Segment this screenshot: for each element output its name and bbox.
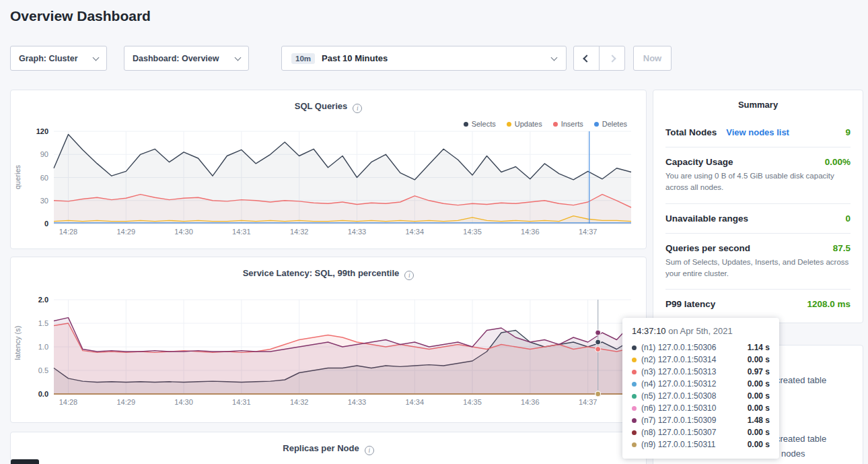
- chart-title-row: SQL Queriesi: [11, 101, 646, 113]
- svg-text:14:36: 14:36: [521, 228, 540, 236]
- node-color-dot-icon: [632, 430, 637, 435]
- svg-text:14:30: 14:30: [174, 398, 193, 406]
- summary-label: Total Nodes: [665, 127, 717, 137]
- page-title: Overview Dashboard: [10, 8, 151, 24]
- chevron-left-icon: [583, 55, 590, 62]
- svg-text:2.0: 2.0: [38, 296, 48, 304]
- summary-title: Summary: [665, 100, 851, 110]
- info-icon[interactable]: i: [365, 446, 374, 455]
- svg-text:0.5: 0.5: [38, 366, 48, 374]
- summary-label: Queries per second: [665, 243, 750, 253]
- info-icon[interactable]: i: [353, 104, 362, 113]
- summary-subtext: Sum of Selects, Updates, Inserts, and De…: [665, 257, 851, 280]
- summary-value: 0: [845, 213, 851, 224]
- graph-dropdown-label: Graph: Cluster: [19, 54, 78, 63]
- graph-dropdown[interactable]: Graph: Cluster: [10, 46, 107, 71]
- tooltip-node-label: (n8) 127.0.0.1:50307: [641, 428, 716, 437]
- node-color-dot-icon: [632, 442, 637, 447]
- svg-text:14:30: 14:30: [174, 228, 193, 236]
- svg-text:120: 120: [36, 127, 48, 135]
- node-color-dot-icon: [632, 345, 637, 350]
- tooltip-node-label: (n7) 127.0.0.1:50309: [641, 416, 716, 425]
- tooltip-row: (n7) 127.0.0.1:50309 1.48 s: [632, 414, 770, 426]
- summary-panel: Summary Total Nodes View nodes list 9 Ca…: [653, 90, 863, 323]
- info-icon[interactable]: i: [404, 271, 414, 280]
- summary-row-main: P99 latency 1208.0 ms: [665, 299, 851, 309]
- chart-hover-tooltip: 14:37:10 on Apr 5th, 2021 (n1) 127.0.0.1…: [622, 318, 779, 459]
- summary-link[interactable]: View nodes list: [726, 127, 789, 137]
- tooltip-node-value: 0.97 s: [748, 367, 770, 376]
- summary-row: Total Nodes View nodes list 9: [665, 118, 851, 147]
- chevron-right-icon: [608, 55, 616, 62]
- time-range-label: Past 10 Minutes: [322, 53, 388, 63]
- chevron-down-icon: [93, 54, 100, 61]
- summary-rows: Total Nodes View nodes list 9 Capacity U…: [665, 118, 851, 319]
- tooltip-node-value: 0.00 s: [748, 440, 770, 449]
- svg-text:14:32: 14:32: [290, 228, 309, 236]
- sql-queries-title: SQL Queries: [295, 101, 348, 111]
- node-color-dot-icon: [632, 394, 637, 399]
- tooltip-row: (n9) 127.0.0.1:50311 0.00 s: [632, 438, 770, 451]
- tooltip-node-value: 0.00 s: [748, 403, 770, 413]
- svg-text:14:34: 14:34: [405, 228, 424, 236]
- event-item[interactable]: created table: [776, 375, 826, 385]
- summary-row-main: Queries per second 87.5: [665, 243, 851, 253]
- node-color-dot-icon: [632, 382, 637, 387]
- tooltip-header: 14:37:10 on Apr 5th, 2021: [632, 326, 770, 336]
- summary-value: 87.5: [833, 243, 851, 253]
- tooltip-node-label: (n5) 127.0.0.1:50308: [641, 391, 716, 401]
- svg-text:14:34: 14:34: [405, 398, 424, 406]
- tooltip-row: (n2) 127.0.0.1:50314 0.00 s: [632, 354, 770, 366]
- service-latency-title: Service Latency: SQL, 99th percentile: [243, 268, 400, 278]
- service-latency-panel: Service Latency: SQL, 99th percentilei l…: [10, 257, 647, 423]
- tooltip-row: (n8) 127.0.0.1:50307 0.00 s: [632, 426, 770, 438]
- svg-text:14:28: 14:28: [59, 398, 78, 406]
- node-color-dot-icon: [632, 406, 637, 411]
- tooltip-node-value: 1.14 s: [748, 343, 770, 352]
- svg-text:14:37: 14:37: [579, 398, 598, 406]
- tooltip-row: (n1) 127.0.0.1:50306 1.14 s: [632, 341, 770, 354]
- sql-queries-chart[interactable]: 14:2814:2914:3014:3114:3214:3314:3414:35…: [20, 127, 637, 238]
- svg-text:14:29: 14:29: [116, 228, 135, 236]
- svg-text:60: 60: [40, 174, 48, 182]
- now-button[interactable]: Now: [633, 46, 672, 71]
- tooltip-node-label: (n3) 127.0.0.1:50313: [641, 367, 716, 376]
- svg-text:14:35: 14:35: [463, 398, 482, 406]
- time-next-button: [599, 46, 625, 71]
- tooltip-node-value: 0.00 s: [748, 355, 770, 364]
- node-color-dot-icon: [632, 418, 637, 423]
- svg-text:14:28: 14:28: [59, 228, 78, 236]
- svg-text:1.0: 1.0: [38, 343, 48, 351]
- summary-subtext: You are using 0 B of 4.5 GiB usable disk…: [665, 170, 851, 194]
- service-latency-chart[interactable]: 14:2814:2914:3014:3114:3214:3314:3414:35…: [20, 296, 637, 409]
- node-color-dot-icon: [632, 358, 637, 362]
- tooltip-row: (n5) 127.0.0.1:50308 0.00 s: [632, 390, 770, 402]
- dashboard-dropdown[interactable]: Dashboard: Overview: [124, 46, 249, 71]
- tooltip-node-value: 0.00 s: [748, 391, 770, 401]
- event-item[interactable]: created table: [776, 434, 826, 444]
- tooltip-node-label: (n4) 127.0.0.1:50312: [641, 379, 716, 389]
- svg-text:0.0: 0.0: [38, 390, 48, 398]
- tooltip-rows: (n1) 127.0.0.1:50306 1.14 s (n2) 127.0.0…: [632, 341, 770, 451]
- summary-row-main: Capacity Usage 0.00%: [665, 157, 851, 167]
- node-color-dot-icon: [632, 370, 637, 374]
- tooltip-node-value: 0.00 s: [748, 428, 770, 437]
- svg-text:14:37: 14:37: [579, 228, 598, 236]
- tooltip-row: (n6) 127.0.0.1:50310 0.00 s: [632, 402, 770, 414]
- summary-row: P99 latency 1208.0 ms: [665, 289, 851, 319]
- summary-row-main: Total Nodes View nodes list 9: [665, 127, 851, 137]
- summary-label: P99 latency: [665, 299, 715, 309]
- summary-row: Capacity Usage 0.00% You are using 0 B o…: [665, 147, 851, 203]
- time-prev-button[interactable]: [573, 46, 600, 71]
- svg-text:14:31: 14:31: [232, 398, 251, 406]
- sql-queries-panel: SQL Queriesi Selects Updates Inserts Del…: [10, 90, 647, 249]
- chart-title-row: Service Latency: SQL, 99th percentilei: [11, 268, 646, 280]
- partial-overlay-element: [11, 459, 39, 464]
- svg-text:14:36: 14:36: [521, 398, 540, 406]
- event-item[interactable]: nodes: [781, 449, 805, 459]
- tooltip-node-label: (n6) 127.0.0.1:50310: [641, 403, 716, 413]
- summary-value: 0.00%: [825, 157, 851, 167]
- svg-text:0: 0: [44, 220, 48, 228]
- time-range-dropdown[interactable]: 10m Past 10 Minutes: [281, 46, 567, 71]
- tooltip-row: (n4) 127.0.0.1:50312 0.00 s: [632, 378, 770, 390]
